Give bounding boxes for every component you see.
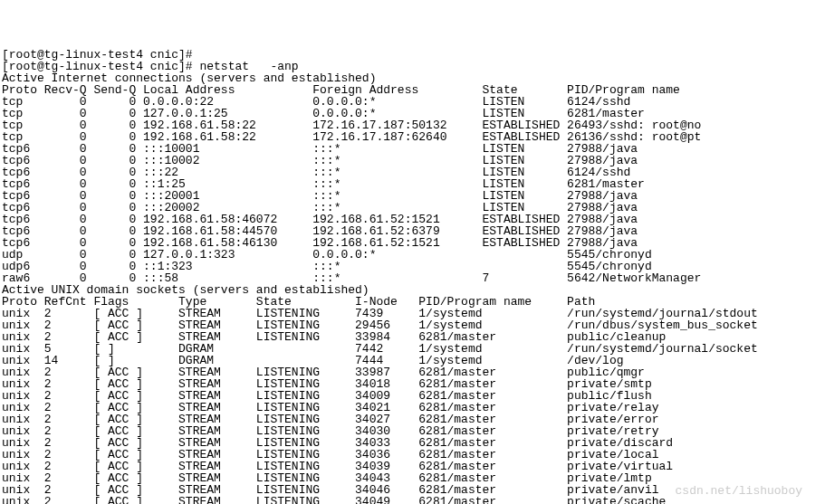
terminal-output[interactable]: [root@tg-linux-test4 cnic]# [root@tg-lin…: [2, 49, 823, 504]
